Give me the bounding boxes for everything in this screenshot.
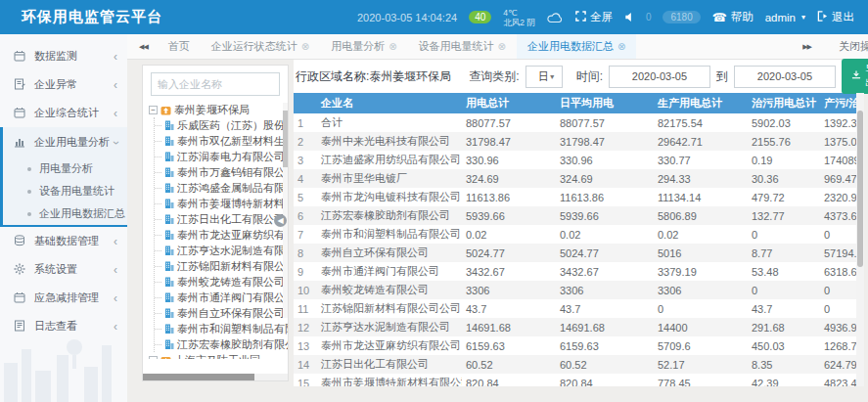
tree-horizontal-scrollbar[interactable]	[143, 374, 288, 380]
table-vertical-scrollbar[interactable]	[856, 93, 864, 386]
table-cell: 1268.72	[820, 336, 856, 355]
tab-close-icon[interactable]: ⊗	[301, 41, 309, 52]
table-row[interactable]: 1合计88077.5788077.5782175.545902.031392.3…	[294, 113, 856, 132]
table-row[interactable]: 12江苏亨达水泥制造有限公司14691.6814691.6814400291.6…	[294, 318, 856, 336]
sidebar-item-6[interactable]: 应急减排管理‹	[0, 284, 127, 312]
tab-4[interactable]: 企业用电数据汇总⊗	[517, 34, 636, 60]
scroll-tabs-left-button[interactable]: ◀◀	[127, 43, 158, 51]
tab-close-icon[interactable]: ⊗	[617, 41, 625, 52]
export-button[interactable]: 导出	[842, 59, 868, 94]
query-type-select[interactable]: 日 ▼	[525, 66, 563, 88]
tree-company-node[interactable]: 泰州市万鑫钨钼有限公司	[155, 164, 288, 180]
tree-connector	[155, 141, 161, 142]
report-icon	[14, 78, 26, 91]
chevron-left-icon: ‹	[114, 79, 117, 91]
tree-expand-toggle[interactable]: −	[149, 106, 158, 114]
tree-node-label: 江苏亨达水泥制造有限公司	[177, 243, 288, 258]
speaker-icon[interactable]	[624, 9, 634, 26]
sidebar-item-label: 基础数据管理	[34, 234, 99, 248]
tree-company-node[interactable]: 泰州市龙达亚麻纺织有限公司	[155, 227, 288, 243]
table-row[interactable]: 15泰州市姜堰博特新材料有限公司820.84820.84778.4542.394…	[294, 374, 856, 386]
sidebar-group-2: 企业综合统计‹	[0, 99, 127, 127]
row-index-cell: 15	[294, 374, 317, 386]
sidebar-subitem-label: 设备用电量统计	[39, 184, 114, 199]
table-cell: 60.52	[556, 355, 654, 374]
help-button[interactable]: ☎ 帮助	[712, 10, 754, 24]
tree-company-node[interactable]: 江苏润泰电力有限公司	[155, 149, 288, 164]
tree-connector	[155, 344, 161, 345]
tab-list: 首页企业运行状态统计⊗用电量分析⊗设备用电量统计⊗企业用电数据汇总⊗	[158, 34, 637, 60]
tree-node-label: 泰州蛟龙铸造有限公司	[177, 274, 285, 290]
sidebar-item-5[interactable]: 系统设置‹	[0, 255, 127, 284]
table-row[interactable]: 5泰州市龙沟电镀科技有限公司11613.8611613.8611134.1447…	[294, 188, 856, 206]
tree-company-node[interactable]: 泰州蛟龙铸造有限公司	[155, 274, 288, 290]
tab-1[interactable]: 企业运行状态统计⊗	[201, 34, 320, 60]
tree-collapse-button[interactable]: ◀	[274, 214, 287, 227]
sidebar-item-4[interactable]: 基础数据管理‹	[0, 227, 127, 255]
sidebar-group-4: 基础数据管理‹	[0, 227, 127, 255]
date-from-input[interactable]	[609, 66, 710, 88]
tab-3[interactable]: 设备用电量统计⊗	[408, 34, 517, 60]
tree-company-node[interactable]: 江苏锦阳新材料有限公司公司	[155, 258, 288, 274]
bullet-icon	[27, 212, 31, 216]
table-row[interactable]: 10泰州蛟龙铸造有限公司33063306330600	[294, 281, 856, 299]
table-row[interactable]: 3江苏迪盛家用纺织品有限公司330.96330.96330.770.191740…	[294, 151, 856, 169]
table-header-row: 企业名用电总计日平均用电生产用电总计治污用电总计产污/治污(用电)比	[294, 93, 856, 113]
user-menu[interactable]: admin ▾	[765, 12, 805, 23]
sidebar-subitem-1[interactable]: 设备用电量统计	[3, 180, 127, 202]
tree-company-node[interactable]: 泰州自立环保有限公司	[155, 305, 288, 321]
sidebar-item-2[interactable]: 企业综合统计‹	[0, 99, 127, 127]
scroll-tabs-right-button[interactable]: ▶▶	[791, 43, 821, 51]
building-icon	[164, 261, 174, 271]
tree-root-node[interactable]: −泰州姜堰环保局	[149, 102, 288, 117]
table-row[interactable]: 2泰州中来光电科技有限公司31798.4731798.4729642.71215…	[294, 132, 856, 151]
chevron-left-icon: ‹	[114, 51, 117, 63]
sidebar-item-1[interactable]: 企业异常‹	[0, 70, 127, 99]
tree-company-node[interactable]: 江苏亨达水泥制造有限公司	[155, 243, 288, 258]
sidebar-subitem-2[interactable]: 企业用电数据汇总	[3, 202, 127, 225]
table-row[interactable]: 7泰州市和润塑料制品有限公司0.020.020.0200	[294, 225, 856, 244]
table-row[interactable]: 14江苏日出化工有限公司60.5260.5252.178.35624.79	[294, 355, 856, 374]
table-header-cell-index	[294, 93, 317, 113]
fullscreen-button[interactable]: 全屏	[575, 10, 613, 24]
table-row[interactable]: 13泰州市龙达亚麻纺织有限公司6159.636159.635709.6450.0…	[294, 336, 856, 355]
logout-button[interactable]: 退出	[817, 10, 854, 24]
building-icon	[164, 183, 174, 193]
tree-company-node[interactable]: 江苏宏泰橡胶助剂有限公司	[155, 336, 288, 352]
company-search-input[interactable]	[151, 72, 280, 96]
table-header-cell: 治污用电总计	[748, 93, 820, 113]
table-row[interactable]: 9泰州市通洋阀门有限公司3432.673432.673379.1953.4863…	[294, 262, 856, 281]
sidebar-item-3[interactable]: 企业用电量分析‹	[3, 127, 127, 157]
table-row[interactable]: 4泰州市里华电镀厂324.69324.69294.3330.36969.47	[294, 169, 856, 188]
tree-node-label: 泰州市和润塑料制品有限公司	[177, 321, 288, 336]
table-cell: 泰州市里华电镀厂	[317, 169, 462, 188]
tree-company-node[interactable]: 江苏日出化工有限公司	[155, 211, 288, 227]
tree-root-node[interactable]: −上海市马陆工业园	[149, 352, 288, 359]
table-cell: 42.39	[748, 374, 820, 386]
tab-close-icon[interactable]: ⊗	[498, 41, 506, 52]
tree-company-node[interactable]: 泰州市双亿新型材料生产有限公司	[155, 133, 288, 149]
tree-company-node[interactable]: 泰州市姜堰博特新材料有限公司	[155, 196, 288, 211]
close-operations-menu[interactable]: 关闭操作	[839, 39, 868, 54]
tree-company-node[interactable]: 江苏鸿盛金属制品有限公司	[155, 180, 288, 196]
sidebar-subitem-0[interactable]: 用电量分析	[3, 157, 127, 180]
tree-connector	[155, 266, 161, 267]
table-row[interactable]: 6江苏宏泰橡胶助剂有限公司5939.665939.665806.89132.77…	[294, 206, 856, 225]
row-index-cell: 11	[294, 299, 317, 318]
tab-2[interactable]: 用电量分析⊗	[320, 34, 407, 60]
table-row[interactable]: 8泰州自立环保有限公司5024.775024.7750168.7757194.9…	[294, 244, 856, 262]
tree-company-node[interactable]: 乐威医药（江苏）股份有限公司	[155, 117, 288, 133]
table-row[interactable]: 11江苏锦阳新材料有限公司公司43.743.7043.70	[294, 299, 856, 318]
table-cell: 江苏宏泰橡胶助剂有限公司	[317, 206, 462, 225]
tree-company-node[interactable]: 泰州市和润塑料制品有限公司	[155, 321, 288, 336]
sidebar-item-0[interactable]: 数据监测‹	[0, 42, 127, 70]
tab-0[interactable]: 首页	[158, 34, 201, 60]
tree-expand-toggle[interactable]: −	[149, 356, 158, 360]
cloud-icon	[547, 12, 564, 23]
date-to-input[interactable]	[734, 66, 836, 88]
tree-company-node[interactable]: 泰州市通洋阀门有限公司	[155, 290, 288, 305]
city-skyline-watermark	[0, 326, 127, 402]
tree-vertical-scrollbar[interactable]	[283, 103, 288, 318]
table-cell: 330.96	[556, 151, 654, 169]
tab-close-icon[interactable]: ⊗	[388, 41, 396, 52]
